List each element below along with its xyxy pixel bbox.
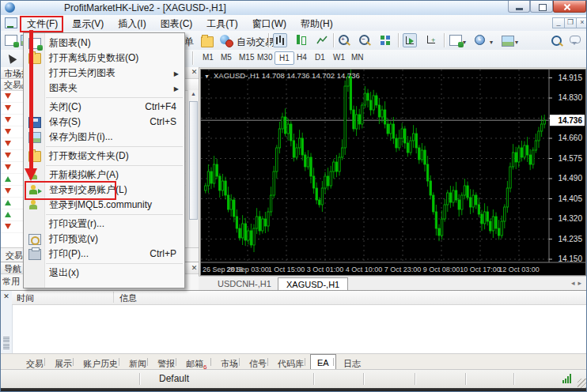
timeframe-m5[interactable]: M5 (217, 51, 236, 65)
tick-down-icon (5, 129, 11, 134)
status-bar: Default (1, 369, 587, 389)
svg-text:14.915: 14.915 (558, 74, 582, 82)
chat-icon[interactable] (569, 33, 583, 47)
file-menu-item[interactable]: 打印(P)...Ctrl+P (24, 247, 184, 262)
file-menu-item[interactable]: 保存为图片(i)... (24, 130, 184, 145)
terminal-header-row[interactable]: 时间 信息 (12, 291, 587, 305)
file-menu-item[interactable]: 打印预览(v) (24, 232, 184, 247)
search-icon[interactable] (550, 33, 564, 47)
resize-grip[interactable] (578, 379, 587, 388)
navigator-close-icon[interactable]: ✕ (190, 264, 199, 273)
minimize-icon (516, 8, 523, 10)
mql5-market-icon[interactable] (200, 33, 214, 47)
line-chart-icon[interactable] (316, 33, 330, 47)
svg-text:3 Oct 01:00: 3 Oct 01:00 (307, 266, 344, 273)
menu-bar: 文件(F)显示(V)插入(I)图表(C)工具(T)窗口(W)帮助(H) _ ❐ … (1, 15, 587, 32)
periods-dropdown-icon[interactable]: ▾ (490, 39, 493, 46)
annotation-arrow-head-icon (25, 168, 37, 181)
svg-text:14.150: 14.150 (558, 254, 582, 263)
timeframe-mn[interactable]: MN (347, 51, 368, 65)
file-menu-item[interactable]: 打开数据文件夹(D) (24, 149, 184, 164)
navigator-tab-common[interactable]: 常用 (2, 276, 23, 288)
new-chart-icon[interactable] (4, 33, 18, 47)
svg-text:14.320: 14.320 (558, 214, 582, 223)
terminal-grip[interactable]: ✕ (1, 291, 13, 354)
zoom-in-icon[interactable]: + (338, 33, 352, 47)
file-menu-item[interactable]: 打开离线历史数据(O) (24, 51, 184, 66)
svg-text:10 Oct 17:00: 10 Oct 17:00 (460, 266, 501, 273)
chart-system-icon[interactable] (5, 17, 17, 28)
svg-text:14.575: 14.575 (558, 154, 582, 163)
timeframe-m30[interactable]: M30 (253, 51, 276, 65)
chart-tab-xagusdh1[interactable]: XAGUSD-,H1 (278, 277, 348, 291)
restore-button[interactable] (530, 1, 553, 13)
candlestick-icon[interactable] (294, 33, 309, 47)
autotrading-icon[interactable] (219, 33, 233, 47)
indicators-icon[interactable] (449, 33, 463, 47)
chart-canvas[interactable]: 14.91514.83014.74514.66014.57514.49014.4… (200, 69, 586, 276)
terminal-tab-bar: 交易展示账户历史新闻警报邮箱6市场信号代码库EA日志 (1, 353, 587, 370)
menu-shortcut: Ctrl+F4 (145, 100, 176, 115)
chart-tab-usdcnhh1[interactable]: USDCNH-,H1 (210, 277, 279, 291)
svg-text:7 Oct 23:00: 7 Oct 23:00 (384, 266, 422, 273)
chart-shift-icon[interactable]: + (425, 33, 439, 47)
svg-text:28 Sep 03:00: 28 Sep 03:00 (226, 266, 269, 273)
timeframe-m1[interactable]: M1 (199, 51, 218, 65)
child-restore-button[interactable]: ❐ (564, 17, 577, 28)
tile-windows-icon[interactable] (379, 33, 393, 47)
tick-up-icon (5, 176, 11, 182)
templates-icon[interactable] (501, 33, 515, 47)
menu-item-label: 打印设置(r)... (49, 217, 104, 232)
close-button[interactable] (553, 1, 586, 13)
annotation-arrow-line (29, 30, 33, 169)
child-minimize-button[interactable]: _ (552, 17, 565, 28)
indicators-dropdown-icon[interactable]: ▾ (463, 39, 466, 46)
bar-chart-icon[interactable] (273, 33, 287, 47)
terminal-panel: ✕ 时间 信息 (1, 290, 587, 354)
menu-item-label: 新图表(N) (49, 36, 91, 51)
svg-text:14.830: 14.830 (558, 93, 582, 102)
title-bar[interactable]: ProfitMarketHK-Live2 - [XAGUSD-,H1] (1, 1, 587, 16)
restore-icon (539, 4, 547, 11)
file-menu-item[interactable]: 图表夹▶ (24, 81, 184, 96)
auto-scroll-icon[interactable] (403, 33, 417, 47)
timeframe-h1[interactable]: H1 (275, 51, 294, 65)
account-mql5-icon (28, 200, 40, 209)
file-menu-item[interactable]: 打印设置(r)... (24, 217, 184, 232)
submenu-arrow-icon: ▶ (174, 81, 179, 96)
templates-dropdown-icon[interactable]: ▾ (515, 39, 518, 46)
tick-down-icon (5, 153, 11, 158)
cursor-icon[interactable] (4, 52, 18, 66)
profile-indicator[interactable]: Default (159, 373, 189, 384)
file-menu-item[interactable]: 打开已关闭图表▶ (24, 66, 184, 81)
terminal-close-icon[interactable]: ✕ (2, 292, 10, 300)
svg-text:14.660: 14.660 (558, 134, 582, 142)
svg-text:14.235: 14.235 (558, 235, 582, 243)
application-window: ProfitMarketHK-Live2 - [XAGUSD-,H1] 文件(F… (0, 0, 587, 392)
menu-item-label: 保存(S) (49, 115, 81, 130)
zoom-out-icon[interactable]: − (358, 33, 373, 47)
menu-item-label: 打开已关闭图表 (49, 66, 116, 81)
tick-down-icon (5, 164, 11, 170)
file-menu-item[interactable]: 保存(S)Ctrl+S (24, 115, 184, 130)
tick-down-icon (5, 93, 11, 99)
minimize-button[interactable] (508, 1, 530, 13)
timeframe-d1[interactable]: D1 (311, 51, 329, 65)
chart-tab-bar: USDCNH-,H1XAGUSD-,H1 ◂▸ (199, 276, 587, 291)
timeframe-h4[interactable]: H4 (293, 51, 311, 65)
scrollbar-thumb[interactable] (189, 101, 198, 220)
chart-title-dropdown-icon: ▼ (204, 74, 210, 79)
menu-item-label: 图表夹 (49, 81, 78, 96)
child-close-button[interactable]: × (576, 17, 587, 28)
file-menu-item[interactable]: 退出(x) (24, 266, 184, 281)
file-menu-item[interactable]: 新图表(N) (24, 36, 184, 51)
chart-tab-scroll-icons[interactable]: ◂▸ (571, 279, 585, 287)
terminal-tab-9[interactable]: EA (310, 354, 336, 371)
scroll-up-icon[interactable]: ▲ (191, 91, 196, 96)
timeframe-w1[interactable]: W1 (329, 51, 349, 65)
market-watch-close-icon[interactable]: ✕ (190, 68, 199, 77)
menu-item-label: 关闭(C) (49, 100, 81, 115)
periods-icon[interactable] (474, 33, 488, 47)
menu-item-label: 打开离线历史数据(O) (49, 51, 138, 66)
file-menu-item[interactable]: 关闭(C)Ctrl+F4 (24, 100, 184, 115)
